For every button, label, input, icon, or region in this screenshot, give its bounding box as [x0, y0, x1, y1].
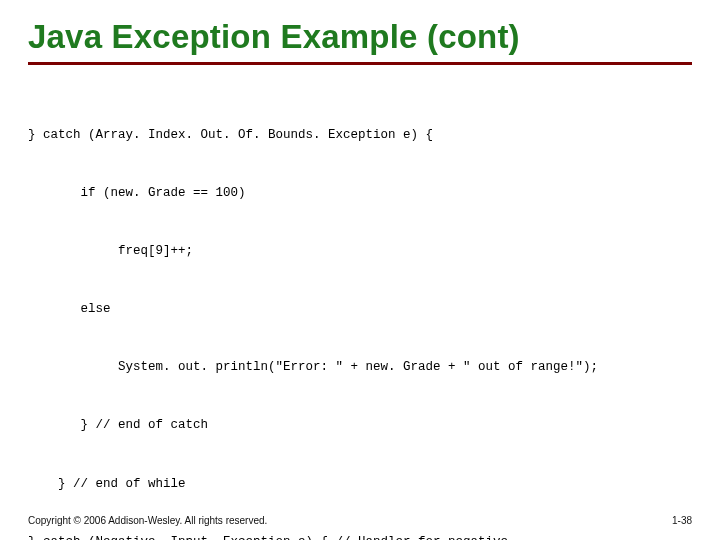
code-line: freq[9]++;	[28, 242, 692, 261]
code-line: } // end of catch	[28, 416, 692, 435]
code-line: } // end of while	[28, 475, 692, 494]
title-rule	[28, 62, 692, 65]
code-block: } catch (Array. Index. Out. Of. Bounds. …	[28, 87, 692, 540]
code-line: } catch (Negative. Input. Exception e) {…	[28, 533, 692, 540]
code-line: } catch (Array. Index. Out. Of. Bounds. …	[28, 126, 692, 145]
page-title: Java Exception Example (cont)	[28, 18, 692, 56]
page-number: 1-38	[672, 515, 692, 526]
code-line: else	[28, 300, 692, 319]
slide-footer: Copyright © 2006 Addison-Wesley. All rig…	[28, 515, 692, 526]
copyright-text: Copyright © 2006 Addison-Wesley. All rig…	[28, 515, 267, 526]
code-line: System. out. println("Error: " + new. Gr…	[28, 358, 692, 377]
code-line: if (new. Grade == 100)	[28, 184, 692, 203]
slide: Java Exception Example (cont) } catch (A…	[0, 0, 720, 540]
